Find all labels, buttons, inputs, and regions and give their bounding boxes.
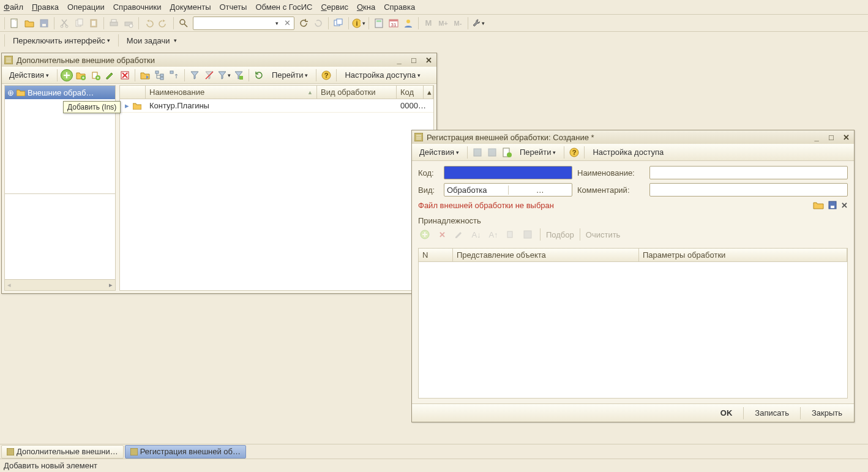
add-folder-icon[interactable] — [74, 69, 88, 82]
m-minus-icon[interactable]: M- — [451, 17, 465, 30]
m-icon[interactable]: M — [422, 17, 435, 30]
type-combo[interactable]: Обработка … — [444, 183, 572, 197]
menu-help[interactable]: Справка — [384, 2, 415, 12]
task-item[interactable]: Регистрация внешней об… — [125, 445, 246, 459]
refresh-icon[interactable] — [252, 69, 266, 82]
nav-first-icon[interactable]: ◂ — [7, 281, 11, 289]
open-file-icon[interactable] — [813, 200, 824, 210]
edit-icon[interactable] — [103, 69, 117, 82]
paste-icon[interactable] — [87, 17, 100, 30]
filter-icon[interactable] — [188, 69, 201, 82]
hierarchy-icon[interactable] — [153, 69, 166, 82]
info-icon[interactable]: i▾ — [352, 17, 365, 30]
menu-operations[interactable]: Операции — [67, 2, 105, 12]
col-name[interactable]: Наименование▲ — [146, 86, 317, 99]
menu-service[interactable]: Сервис — [321, 2, 348, 12]
access-settings-button[interactable]: Настройка доступа — [588, 146, 668, 159]
menu-reports[interactable]: Отчеты — [219, 2, 247, 12]
delete-row-icon[interactable]: ✕ — [435, 228, 449, 241]
menu-file[interactable]: Файл — [4, 2, 23, 12]
titlebar[interactable]: Регистрация внешней обработки: Создание … — [412, 130, 854, 144]
copy-row-icon[interactable] — [504, 228, 517, 241]
copy-item-icon[interactable] — [89, 69, 102, 82]
undo-icon[interactable] — [142, 17, 155, 30]
reread-icon[interactable] — [500, 146, 514, 159]
col-code[interactable]: Код — [397, 86, 424, 99]
list-pane[interactable]: Наименование▲ Вид обработки Код ▴ ▸ Конт… — [119, 85, 434, 291]
filter-settings-icon[interactable]: ▾ — [217, 69, 231, 82]
redo-icon[interactable] — [157, 17, 170, 30]
goto-menu[interactable]: Перейти▾ — [515, 146, 561, 159]
col-repr[interactable]: Представление объекта — [453, 249, 639, 261]
menu-edit[interactable]: Правка — [32, 2, 59, 12]
tree-root[interactable]: ⊕ Внешние обраб… — [5, 86, 115, 99]
access-settings-menu[interactable]: Настройка доступа▾ — [340, 69, 425, 82]
select-button[interactable]: Подбор — [546, 230, 574, 239]
tree-pane[interactable]: ⊕ Внешние обраб… ◂ ▸ — [4, 85, 116, 291]
windows-icon[interactable] — [332, 17, 345, 30]
calendar-icon[interactable]: 31 — [387, 17, 400, 30]
sort-desc-icon[interactable]: A↑ — [487, 228, 500, 241]
save-icon[interactable] — [471, 146, 484, 159]
m-plus-icon[interactable]: M+ — [436, 17, 450, 30]
refresh-right-icon[interactable] — [312, 17, 325, 30]
close-button[interactable]: ✕ — [840, 133, 851, 142]
ok-button[interactable]: OK — [714, 406, 739, 420]
clear-button[interactable]: Очистить — [586, 230, 621, 239]
open-folder-icon[interactable] — [23, 17, 36, 30]
new-doc-icon[interactable] — [8, 17, 21, 30]
close-button[interactable]: Закрыть — [805, 406, 849, 420]
menu-documents[interactable]: Документы — [170, 2, 211, 12]
level-up-icon[interactable] — [168, 69, 181, 82]
copy-icon[interactable] — [72, 17, 86, 30]
col-n[interactable]: N — [419, 249, 453, 261]
filter-by-icon[interactable] — [232, 69, 245, 82]
switch-interface-button[interactable]: Переключить интерфейс▾ — [8, 34, 115, 47]
help-icon[interactable]: ? — [567, 146, 581, 159]
wrench-icon[interactable]: ▾ — [471, 17, 485, 30]
minimize-button[interactable]: _ — [811, 133, 822, 142]
table-row[interactable]: ▸ Контур.Плагины 0000… — [120, 99, 433, 113]
minimize-button[interactable]: _ — [394, 56, 405, 65]
goto-menu[interactable]: Перейти▾ — [267, 69, 313, 82]
search-field[interactable]: ▾ ✕ — [193, 17, 294, 30]
name-input[interactable] — [649, 166, 848, 179]
add-row-icon[interactable] — [418, 228, 432, 241]
col-params[interactable]: Параметры обработки — [639, 249, 847, 261]
menu-windows[interactable]: Окна — [357, 2, 375, 12]
delete-icon[interactable] — [118, 69, 132, 82]
refresh-left-icon[interactable] — [297, 17, 310, 30]
menu-exchange[interactable]: Обмен с ГосИС — [255, 2, 312, 12]
maximize-button[interactable]: □ — [826, 133, 837, 142]
col-type[interactable]: Вид обработки — [317, 86, 397, 99]
add-button[interactable] — [61, 69, 73, 81]
calculator-icon[interactable] — [372, 17, 386, 30]
maximize-button[interactable]: □ — [408, 56, 419, 65]
scroll-up-icon[interactable]: ▴ — [424, 86, 433, 99]
help-icon[interactable]: ? — [320, 69, 333, 82]
nav-last-icon[interactable]: ▸ — [109, 281, 113, 289]
my-tasks-button[interactable]: Мои задачи▾ — [122, 34, 182, 47]
save-button[interactable]: Записать — [748, 406, 796, 420]
print-preview-icon[interactable] — [122, 17, 135, 30]
user-icon[interactable] — [402, 17, 415, 30]
save-file-icon[interactable] — [828, 200, 837, 210]
filter-off-icon[interactable] — [203, 69, 216, 82]
cut-icon[interactable] — [58, 17, 71, 30]
magnifier-icon[interactable] — [177, 17, 190, 30]
actions-menu[interactable]: Действия▾ — [414, 146, 464, 159]
print-icon[interactable] — [107, 17, 121, 30]
save-icon[interactable] — [37, 17, 51, 30]
search-clear-icon[interactable]: ✕ — [281, 18, 294, 28]
comment-input[interactable] — [649, 183, 848, 197]
clear-file-icon[interactable]: ✕ — [841, 201, 848, 210]
titlebar[interactable]: Дополнительные внешние обработки _ □ ✕ — [2, 53, 436, 67]
close-button[interactable]: ✕ — [423, 56, 434, 65]
code-input[interactable] — [444, 166, 572, 179]
sort-asc-icon[interactable]: A↓ — [470, 228, 483, 241]
edit-row-icon[interactable] — [452, 228, 466, 241]
expand-icon[interactable]: ⊕ — [7, 88, 14, 97]
search-input[interactable] — [193, 18, 273, 28]
move-icon[interactable] — [138, 69, 152, 82]
actions-menu[interactable]: Действия▾ — [4, 69, 54, 82]
